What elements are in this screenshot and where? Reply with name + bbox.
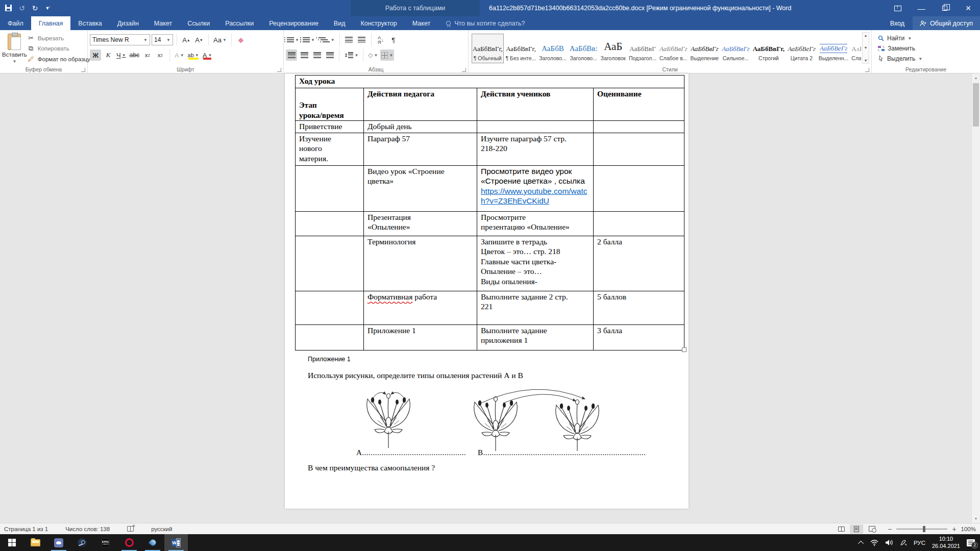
style-item-11[interactable]: АаБбВеГгЦитата 2 <box>787 34 817 63</box>
replace-button[interactable]: Заменить <box>878 45 978 52</box>
volume-icon[interactable] <box>885 539 893 546</box>
table-cell[interactable] <box>477 121 594 133</box>
grow-font-button[interactable]: А▲ <box>181 34 192 45</box>
copy-button[interactable]: ⧉Копировать <box>27 44 90 53</box>
select-button[interactable]: Выделить▼ <box>878 55 978 62</box>
minimize-button[interactable]: — <box>910 0 933 16</box>
underline-button[interactable]: Ч▼ <box>115 49 127 61</box>
table-cell[interactable]: Добрый день <box>364 121 477 133</box>
align-left-button[interactable] <box>286 49 297 61</box>
table-cell[interactable] <box>594 166 684 212</box>
borders-button[interactable]: ▼ <box>380 49 394 61</box>
zoom-in-button[interactable]: + <box>952 525 956 533</box>
styles-gallery-scroll[interactable]: ▲▼▼̄ <box>862 32 869 64</box>
clear-formatting-button[interactable]: ◆ <box>235 34 247 45</box>
taskbar-discord-button[interactable] <box>47 534 70 551</box>
superscript-button[interactable]: x2 <box>155 49 166 61</box>
page-indicator[interactable]: Страница 1 из 1 <box>4 526 48 532</box>
hidden-icons-chevron-icon[interactable] <box>858 540 864 546</box>
tab-references[interactable]: Ссылки <box>180 16 217 30</box>
clock[interactable]: 10:10 26.04.2021 <box>932 536 960 550</box>
tab-home[interactable]: Главная <box>31 16 71 30</box>
style-item-13[interactable]: АаБбВвГг,Слабая сс... <box>850 34 861 63</box>
multilevel-list-button[interactable]: ▼ <box>317 34 336 45</box>
web-layout-button[interactable] <box>865 524 878 534</box>
table-cell[interactable]: 5 баллов <box>594 291 684 325</box>
restore-button[interactable] <box>933 0 957 16</box>
table-cell[interactable]: Приложение 1 <box>364 325 477 350</box>
document-page[interactable]: Ход урокаЭтап урока/времяДействия педаго… <box>285 73 689 509</box>
proofing-error-icon[interactable] <box>127 526 134 532</box>
paste-button[interactable]: Вставить ▼ <box>2 32 27 65</box>
style-item-8[interactable]: АаБбВвГгВыделение <box>690 34 720 63</box>
text-effects-button[interactable]: А▼ <box>174 49 185 61</box>
taskbar-explorer-button[interactable] <box>23 534 47 551</box>
customize-qat-button[interactable]: ▼̄ <box>45 6 50 11</box>
style-item-1[interactable]: АаБбВвГг,¶ Обычный <box>472 34 504 63</box>
clipboard-dialog-launcher[interactable] <box>81 68 85 72</box>
undo-button[interactable]: ↺ <box>19 5 25 12</box>
table-cell[interactable]: 2 балла <box>594 236 684 291</box>
style-item-10[interactable]: АаБбВвГг,Строгий <box>752 34 786 63</box>
strikethrough-button[interactable]: abc <box>129 49 140 61</box>
table-cell[interactable] <box>594 133 684 166</box>
style-item-7[interactable]: АаБбВвГгСлабое в... <box>658 34 689 63</box>
table-cell[interactable]: Приветствие <box>296 121 364 133</box>
ribbon-display-options-button[interactable] <box>886 0 910 16</box>
align-right-button[interactable] <box>311 49 323 61</box>
bullets-button[interactable]: ▼ <box>286 34 300 45</box>
taskbar-opera-button[interactable] <box>117 534 141 551</box>
table-cell[interactable]: Выполните задание 2 стр. 221 <box>477 291 594 325</box>
scrollbar-thumb[interactable] <box>973 83 979 127</box>
line-spacing-button[interactable]: ⇕▼ <box>343 49 359 61</box>
font-color-button[interactable]: А▼ <box>202 49 213 61</box>
taskbar-start-button[interactable] <box>0 534 23 551</box>
lesson-table[interactable]: Ход урокаЭтап урока/времяДействия педаго… <box>295 75 684 350</box>
align-center-button[interactable] <box>299 49 310 61</box>
taskbar-steam-button[interactable] <box>70 534 94 551</box>
table-header-cell[interactable]: Оценивание <box>594 88 684 121</box>
table-cell[interactable] <box>296 212 364 236</box>
sort-button[interactable]: АЯ↓ <box>375 34 386 45</box>
increase-indent-button[interactable] <box>356 34 368 45</box>
table-header-cell[interactable]: Действия учеников <box>477 88 594 121</box>
zoom-out-button[interactable]: − <box>888 525 892 533</box>
style-item-9[interactable]: АаБбВвГгСильное... <box>721 34 751 63</box>
tab-table-design[interactable]: Конструктор <box>353 16 404 30</box>
notification-center-icon[interactable]: 2 <box>967 539 975 546</box>
taskbar-drop-button[interactable] <box>141 534 164 551</box>
scroll-down-icon[interactable]: ▼ <box>972 514 980 523</box>
italic-button[interactable]: К <box>103 49 114 61</box>
tab-view[interactable]: Вид <box>326 16 353 30</box>
tab-review[interactable]: Рецензирование <box>261 16 326 30</box>
tab-insert[interactable]: Вставка <box>70 16 109 30</box>
paragraph-dialog-launcher[interactable] <box>462 68 466 72</box>
tab-table-layout[interactable]: Макет <box>405 16 438 30</box>
font-name-combobox[interactable]: Times New R▼ <box>90 34 150 45</box>
style-item-5[interactable]: АаБЗаголовок <box>600 34 627 63</box>
cut-button[interactable]: ✂Вырезать <box>27 34 90 42</box>
table-cell[interactable] <box>594 121 684 133</box>
font-size-combobox[interactable]: 14▼ <box>152 34 173 45</box>
change-case-button[interactable]: Аа▼ <box>212 34 228 45</box>
vertical-scrollbar[interactable]: ▲ ▼ <box>971 73 980 523</box>
style-item-4[interactable]: АаБбВв:Заголово... <box>569 34 599 63</box>
table-header-cell[interactable]: Этап урока/время <box>296 88 364 121</box>
table-cell[interactable] <box>594 212 684 236</box>
numbering-button[interactable]: ▼ <box>302 34 316 45</box>
tab-layout[interactable]: Макет <box>146 16 180 30</box>
find-button[interactable]: Найти▼ <box>878 35 978 42</box>
table-cell[interactable]: 3 балла <box>594 325 684 350</box>
language-indicator[interactable]: русский <box>151 526 172 532</box>
table-cell[interactable] <box>296 236 364 291</box>
table-cell[interactable]: Просмотрите видео урок «Строение цветка»… <box>477 166 594 212</box>
taskbar-epic-button[interactable]: EPICGAMES <box>94 534 117 551</box>
keyboard-language[interactable]: РУС <box>914 540 925 546</box>
style-item-2[interactable]: АаБбВвГг,¶ Без инте... <box>505 34 537 63</box>
style-item-3[interactable]: АаБбВЗаголово... <box>538 34 568 63</box>
style-item-12[interactable]: АаБбВеГгВыделенн... <box>818 34 849 63</box>
table-cell[interactable] <box>296 291 364 325</box>
tab-mailings[interactable]: Рассылки <box>217 16 261 30</box>
table-cell[interactable] <box>296 325 364 350</box>
table-cell[interactable]: Просмотрите презентацию «Опыление» <box>477 212 594 236</box>
